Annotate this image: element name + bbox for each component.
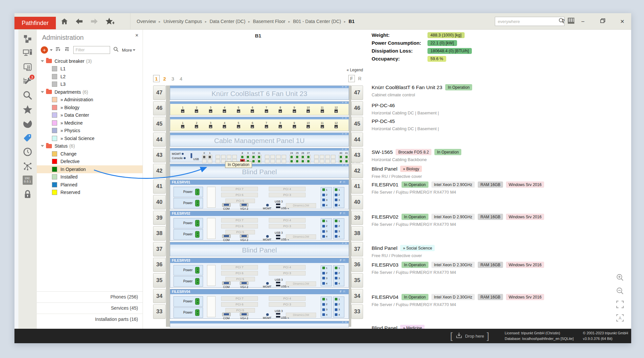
rack-device-server[interactable]: FILESRV01FRPowerPowerPCI 7PCI 6PCI 5PCI … [170,179,349,209]
rack-device-server[interactable]: FILESRV04FRPowerPowerPCI 7PCI 6PCI 5PCI … [170,289,349,319]
rack-device-patch-panel[interactable]: F R123456789101112 [170,117,349,131]
switch-port[interactable] [344,155,349,159]
switch-port[interactable] [325,155,330,159]
switch-port[interactable] [208,155,212,159]
rack-unit-number[interactable]: 42 [351,164,363,178]
rack-unit-number[interactable]: 43 [351,148,363,162]
nic-port[interactable]: 1 [335,220,343,223]
close-button[interactable]: ✕ [618,18,627,25]
switch-port[interactable] [301,159,305,163]
expand-icon[interactable] [41,91,44,93]
rack-device-patch-panel[interactable]: F R123456789101112 [170,101,349,116]
patch-port[interactable]: 2 [194,122,199,128]
switch-port[interactable] [289,159,294,163]
switch-port[interactable] [270,155,275,159]
nic-port[interactable]: 1 [322,298,330,301]
patch-port[interactable]: 10 [306,106,311,113]
rack-unit-number[interactable]: 36 [351,258,363,272]
rack-tab-4[interactable]: 4 [178,75,184,82]
nic-port[interactable]: 3 [322,308,330,311]
nic-port[interactable]: 2 [322,193,330,196]
rack-device-panel[interactable]: F RBlind Panel [170,242,349,256]
info-list-item[interactable]: FILESRV01In OperationIntel Xeon D 2.90GH… [372,181,544,195]
breadcrumb-item[interactable]: B1 [349,19,355,24]
server-front-rear-toggle[interactable]: FR [340,258,347,262]
network-icon[interactable] [22,161,33,171]
breadcrumb-item[interactable]: B01 - Data Center (DC) [293,19,341,24]
patch-port[interactable]: 7 [264,122,269,128]
nic-port[interactable]: 4 [335,282,343,285]
tools-icon[interactable]: 3 [22,76,33,86]
rack-unit-number[interactable]: 35 [351,273,363,288]
tree-item-l-[interactable]: L1 [37,65,143,73]
rack-unit-number[interactable]: 39 [153,211,166,225]
tree-item--administration[interactable]: » Administration [37,96,143,104]
tree-item-l-[interactable]: L3 [37,81,143,88]
tree-item-installed[interactable]: Installed [37,173,143,181]
nic-port[interactable]: 2 [322,303,330,306]
nic-port[interactable]: 4 [335,235,343,238]
switch-port[interactable] [216,155,220,159]
app-logo[interactable]: Pathfinder [14,17,56,29]
switch-port[interactable] [295,159,300,163]
nic-port[interactable]: 4 [335,313,343,316]
tree-item--data-center[interactable]: » Data Center [37,111,143,119]
tree-node-circuit-breaker[interactable]: Circuit breaker(3) [37,57,143,65]
patch-port[interactable]: 9 [292,106,297,113]
tree-item-reserved[interactable]: Reserved [37,189,143,197]
server-front-rear-toggle[interactable]: FR [340,290,347,293]
info-list-item[interactable]: FILESRV03In OperationIntel Xeon D 2.30GH… [372,262,544,275]
rack-unit-number[interactable]: 41 [153,179,166,194]
nic-port[interactable]: 2 [335,303,343,306]
rack-tab-2[interactable]: 2 [161,75,168,82]
switch-port[interactable] [265,159,269,163]
help-button[interactable]: ? [559,18,567,24]
patch-port[interactable]: 6 [250,106,255,113]
breadcrumb-item[interactable]: Basement Floor [253,19,286,24]
switch-port[interactable] [208,159,212,163]
rack-unit-number[interactable]: 46 [351,101,363,116]
panel-footer-section[interactable]: Installation parts (16) [37,314,143,325]
rack-tab-3[interactable]: 3 [170,75,176,82]
ip-address-icon[interactable]: 192.0.0.1 [22,175,33,185]
nic-port[interactable]: 3 [335,199,343,202]
info-list-item[interactable]: PP-DC-46Horizontal Cabling DC | Basement… [372,103,439,115]
switch-port[interactable] [306,155,311,159]
zoom-fit-icon[interactable] [616,300,624,310]
favorite-add-icon[interactable] [105,17,114,26]
add-button[interactable]: + [41,46,48,54]
nic-port[interactable]: 2 [335,272,343,274]
patch-port[interactable]: 12 [334,106,339,113]
rack-unit-number[interactable]: 36 [153,258,166,272]
nic-port[interactable]: 1 [335,188,343,191]
tree-node-status[interactable]: Status(6) [37,142,143,150]
nic-port[interactable]: 2 [322,272,330,274]
switch-port[interactable] [202,159,207,163]
rack-unit-number[interactable]: 33 [153,304,166,319]
tree-item--biology[interactable]: » Biology [37,104,143,111]
panel-footer-section[interactable]: Services (45) [37,302,143,314]
nic-port[interactable]: 1 [322,188,330,191]
filter-search-icon[interactable] [113,46,119,54]
workstation-icon[interactable] [22,48,33,58]
rack-unit-number[interactable]: 39 [351,211,363,225]
info-list-item[interactable]: Blind Panel» Social ScienceFree RU / Pro… [372,245,435,258]
rack-unit-number[interactable]: 35 [153,273,166,288]
rack-unit-number[interactable]: 34 [351,289,363,303]
rack-unit-number[interactable]: 38 [153,226,166,241]
switch-port[interactable] [339,155,343,159]
filter-input[interactable] [73,46,110,54]
nic-port[interactable]: 4 [322,204,330,207]
nic-port[interactable]: 2 [335,193,343,196]
tree-node-departments[interactable]: Departments(6) [37,88,143,96]
switch-port[interactable] [270,159,275,163]
floorplan-icon[interactable] [22,62,33,72]
switch-port[interactable] [221,155,226,159]
server-front-rear-toggle[interactable]: FR [340,180,347,184]
switch-port[interactable] [314,155,319,159]
patch-port[interactable]: 3 [208,106,213,113]
patch-port[interactable]: 5 [236,122,241,128]
rack-unit-number[interactable]: 47 [153,85,166,100]
tree-item-change[interactable]: Change [37,150,143,158]
info-list-item[interactable]: FILESRV04In OperationIntel Xeon D 2.30GH… [372,294,544,307]
